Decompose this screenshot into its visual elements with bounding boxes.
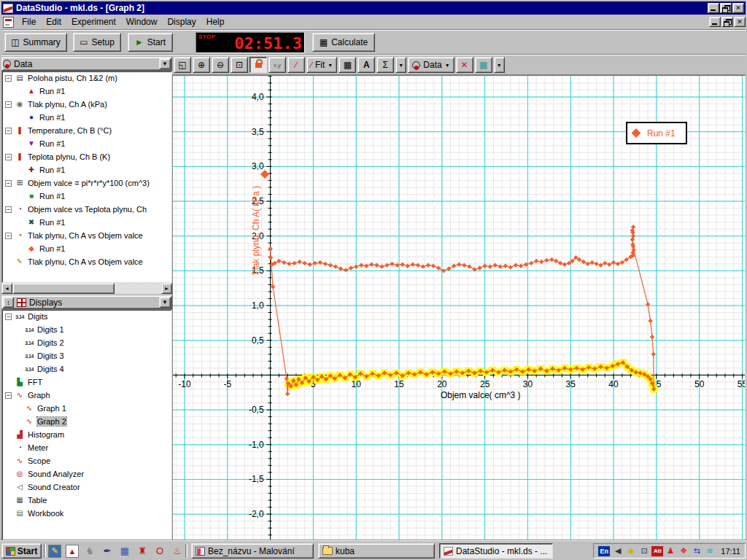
power-icon[interactable]: ❖ — [678, 545, 689, 557]
menu-window[interactable]: Window — [121, 15, 163, 29]
tree-expand-box[interactable]: − — [5, 314, 12, 320]
display-item-digits[interactable]: −3.14Digits — [2, 310, 171, 323]
data-tree-item[interactable]: −▤Poloha pistu, Ch 1&2 (m) — [2, 71, 171, 85]
panel-splitter-handle[interactable]: ↕ — [3, 297, 14, 308]
plot-svg[interactable]: -10-55101520253035404550554,03,53,02,52,… — [173, 76, 745, 540]
display-item-histogram[interactable]: ▟Histogram — [2, 428, 171, 441]
plot-area[interactable]: -10-55101520253035404550554,03,53,02,52,… — [172, 75, 746, 540]
menu-help[interactable]: Help — [201, 15, 230, 29]
taskbar-task-paint[interactable]: Bez_názvu - Malování — [191, 543, 314, 559]
data-panel-header[interactable]: Data ▼ — [1, 57, 172, 71]
remove-button[interactable]: ✕ — [456, 57, 473, 73]
statistics-button[interactable]: Σ — [376, 57, 394, 73]
tree-expand-box[interactable]: − — [5, 154, 12, 160]
taskbar-clock[interactable]: 17:11 — [721, 547, 740, 556]
menu-file[interactable]: File — [17, 15, 41, 29]
calculate-button[interactable]: ▦ Calculate — [312, 33, 375, 52]
tree-expand-box[interactable]: − — [5, 392, 12, 399]
display-subitem-graph-1[interactable]: ∿Graph 1 — [2, 402, 171, 415]
zoom-select-button[interactable]: ⊡ — [231, 57, 248, 73]
display-item-sound-creator[interactable]: ◁Sound Creator — [2, 481, 171, 494]
display-item-table[interactable]: ▦Table — [2, 494, 171, 507]
display-subitem-digits-1[interactable]: 3.14Digits 1 — [2, 323, 171, 336]
display-subitem-graph-2[interactable]: ∿Graph 2 — [2, 415, 171, 428]
dragon-icon[interactable]: ♜ — [136, 545, 149, 558]
notes-icon[interactable]: ✎ — [48, 545, 61, 558]
display-adapter-icon[interactable]: ≋ — [704, 545, 716, 557]
tree-expand-box[interactable]: − — [5, 128, 12, 134]
start-button[interactable]: ► Start — [128, 33, 173, 52]
scroll-left-arrow[interactable]: ◄ — [1, 283, 12, 294]
graph-calculator-button[interactable]: ▦ — [338, 57, 356, 73]
graph-settings-button[interactable]: ▦ — [475, 57, 492, 73]
display-item-fft[interactable]: ▙FFT — [2, 376, 171, 389]
menu-display[interactable]: Display — [162, 15, 201, 29]
start-menu-button[interactable]: Start — [1, 543, 42, 559]
display-item-sound-analyzer[interactable]: ◎Sound Analyzer — [2, 467, 171, 481]
data-dropdown-button-graph[interactable]: Data ▼ — [408, 57, 454, 73]
smart-tool-button[interactable] — [249, 57, 267, 73]
agent-icon[interactable]: ♟ — [665, 545, 676, 557]
display-item-graph[interactable]: −∿Graph — [2, 389, 171, 402]
volume-icon[interactable]: ◀ — [612, 545, 624, 557]
display-subitem-digits-4[interactable]: 3.14Digits 4 — [2, 362, 171, 376]
data-dropdown-button[interactable]: ▼ — [159, 58, 171, 69]
data-tree-hscrollbar[interactable]: ◄ ► — [1, 283, 172, 294]
ati-icon[interactable]: Ati — [651, 546, 663, 556]
mdi-close-button[interactable] — [734, 17, 746, 27]
data-run-item[interactable]: ■Run #1 — [2, 190, 171, 203]
setup-button[interactable]: ▭ Setup — [73, 33, 121, 52]
pen-icon[interactable]: ✒ — [101, 545, 114, 558]
graph-settings-dropdown-button[interactable]: ▼ — [494, 57, 505, 73]
data-tree-item[interactable]: −◉Tlak plynu, Ch A (kPa) — [2, 98, 171, 111]
fit-dropdown-button[interactable]: ∕ Fit ▼ — [306, 57, 337, 73]
bird-icon[interactable]: ♞ — [83, 545, 96, 558]
taskbar-task-kuba[interactable]: kuba — [318, 543, 435, 559]
language-indicator[interactable]: En — [598, 546, 610, 556]
scale-to-fit-button[interactable]: ◱ — [174, 57, 191, 73]
mdi-child-icon[interactable] — [3, 17, 14, 28]
displays-panel-header[interactable]: ↕ Displays ▼ — [1, 295, 172, 309]
restore-button[interactable] — [720, 3, 732, 13]
summary-button[interactable]: ◫ Summary — [4, 33, 67, 52]
tree-expand-box[interactable]: − — [5, 233, 12, 239]
display-item-meter[interactable]: ◔Meter — [2, 441, 171, 454]
data-tree-item[interactable]: −❚Temperature, Ch B (°C) — [2, 124, 171, 137]
acrobat-icon[interactable]: ▲ — [66, 545, 79, 558]
data-run-item[interactable]: ✚Run #1 — [2, 163, 171, 176]
text-tool-button[interactable]: A — [357, 57, 375, 73]
menu-edit[interactable]: Edit — [41, 15, 66, 29]
tree-expand-box[interactable]: − — [5, 101, 12, 108]
data-run-item[interactable]: ✖Run #1 — [2, 216, 171, 229]
flame-icon[interactable]: ♨ — [171, 545, 184, 558]
data-tree-item[interactable]: −⊞Objem valce = pi*r*r*y*100 (cm^3) — [2, 176, 171, 190]
display-item-workbook[interactable]: ▤Workbook — [2, 507, 171, 520]
data-run-item[interactable]: ▼Run #1 — [2, 137, 171, 150]
tree-expand-box[interactable]: − — [5, 206, 12, 213]
zoom-in-button[interactable]: ⊕ — [193, 57, 210, 73]
displays-dropdown-button[interactable]: ▼ — [159, 297, 171, 308]
scheduler-icon[interactable]: ⊡ — [638, 545, 650, 557]
scroll-thumb[interactable] — [12, 283, 115, 294]
close-button[interactable] — [732, 3, 744, 13]
taskbar-task-datastudio[interactable]: DataStudio - mkl.ds - ... — [439, 543, 553, 559]
data-run-item[interactable]: ◆Run #1 — [2, 242, 171, 255]
data-run-item[interactable]: ●Run #1 — [2, 111, 171, 124]
data-run-item[interactable]: ▲Run #1 — [2, 85, 171, 98]
scroll-right-arrow[interactable]: ► — [161, 283, 172, 294]
slope-tool-button[interactable]: x,y — [268, 57, 286, 73]
tweakui-icon[interactable]: ◆ — [625, 545, 637, 557]
calculator-icon[interactable]: ▦ — [118, 545, 131, 558]
data-tree-item[interactable]: −◔Objem valce vs Teplota plynu, Ch — [2, 203, 171, 216]
mdi-restore-button[interactable] — [721, 17, 733, 27]
data-tree-item[interactable]: ✎Tlak plynu, Ch A vs Objem valce — [2, 255, 171, 268]
data-tree-item[interactable]: −❚Teplota plynu, Ch B (K) — [2, 150, 171, 163]
tree-expand-box[interactable]: − — [5, 180, 12, 187]
tree-expand-box[interactable]: − — [5, 75, 12, 82]
display-subitem-digits-3[interactable]: 3.14Digits 3 — [2, 349, 171, 362]
data-tree-item[interactable]: −◔Tlak plynu, Ch A vs Objem valce — [2, 229, 171, 242]
tangent-tool-button[interactable]: ∕ — [287, 57, 305, 73]
sync-icon[interactable]: ⇆ — [691, 545, 703, 557]
display-item-scope[interactable]: ∿Scope — [2, 454, 171, 467]
statistics-dropdown-button[interactable]: ▼ — [395, 57, 406, 73]
